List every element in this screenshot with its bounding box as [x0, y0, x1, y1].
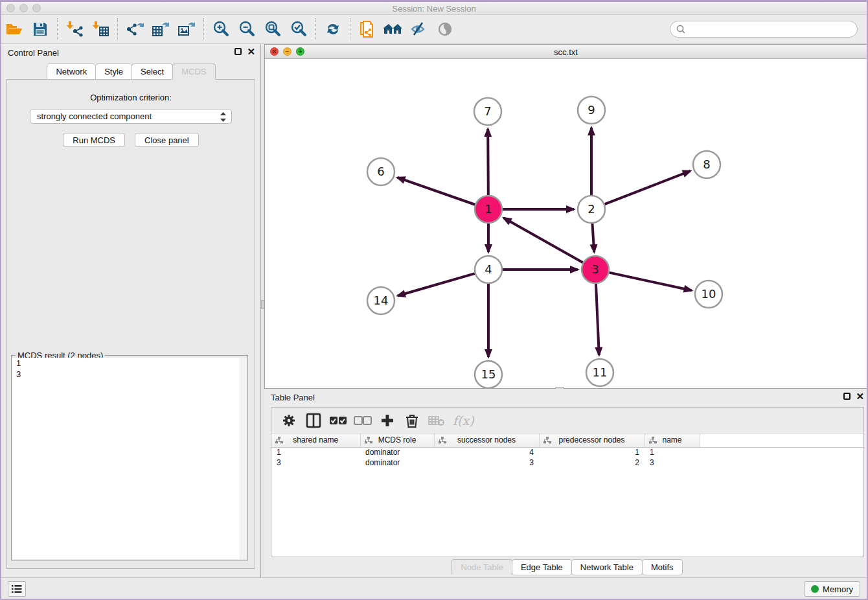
- control-panel-header: Control Panel ✕: [1, 44, 260, 61]
- mcds-panel: Optimization criterion: strongly connect…: [6, 79, 255, 569]
- column-header-predecessor-nodes[interactable]: predecessor nodes: [539, 433, 645, 447]
- tab-edge-table[interactable]: Edge Table: [512, 559, 572, 575]
- close-table-panel-icon[interactable]: ✕: [856, 393, 864, 400]
- mcds-result-scrollbar[interactable]: [240, 358, 247, 559]
- optimization-criterion-select[interactable]: strongly connected component: [30, 109, 232, 124]
- node-label-4: 4: [485, 262, 492, 276]
- application-window: Session: New Session: [0, 0, 868, 600]
- column-header-name[interactable]: name: [645, 433, 700, 447]
- tab-style[interactable]: Style: [95, 63, 132, 80]
- edge-1-6: [397, 178, 475, 205]
- show-graphics-icon: [434, 19, 456, 40]
- memory-button[interactable]: Memory: [804, 581, 860, 597]
- search-input[interactable]: [686, 22, 857, 36]
- table-cell[interactable]: 3: [645, 457, 700, 468]
- zoom-out-icon[interactable]: [236, 19, 258, 40]
- tab-network-table[interactable]: Network Table: [571, 559, 643, 575]
- export-image-icon[interactable]: [176, 19, 198, 40]
- float-table-panel-icon[interactable]: [843, 393, 851, 400]
- delete-column-icon[interactable]: [402, 411, 422, 430]
- table-cell[interactable]: 3: [434, 457, 539, 468]
- node-table: shared nameMCDS rolesuccessor nodesprede…: [271, 433, 863, 468]
- column-header-shared-name[interactable]: shared name: [271, 433, 360, 447]
- tab-node-table[interactable]: Node Table: [451, 559, 512, 575]
- delete-table-icon: [427, 411, 446, 430]
- main-toolbar: [1, 15, 867, 44]
- optimization-criterion-label: Optimization criterion:: [7, 93, 255, 102]
- table-cell[interactable]: 4: [434, 447, 539, 457]
- network-window-title: scc.txt: [265, 47, 867, 57]
- table-cell[interactable]: 2: [539, 457, 645, 468]
- clone-network-icon[interactable]: [356, 19, 378, 40]
- tab-mcds[interactable]: MCDS: [172, 63, 215, 80]
- table-cell[interactable]: dominator: [360, 457, 434, 468]
- add-column-icon[interactable]: [378, 411, 397, 430]
- zoom-in-icon[interactable]: [210, 19, 232, 40]
- import-table-icon[interactable]: [89, 19, 111, 40]
- node-label-2: 2: [588, 202, 595, 216]
- deselect-all-icon[interactable]: [353, 411, 372, 430]
- control-panel: Control Panel ✕ NetworkStyleSelectMCDS O…: [1, 44, 261, 581]
- table-settings-gear-icon[interactable]: [279, 411, 299, 430]
- task-history-button[interactable]: [8, 581, 26, 597]
- close-panel-icon[interactable]: ✕: [247, 48, 255, 55]
- home-view-icon[interactable]: [382, 19, 404, 40]
- vertical-splitter-handle[interactable]: [261, 300, 264, 309]
- column-header-successor-nodes[interactable]: successor nodes: [434, 433, 539, 447]
- table-header-row: shared nameMCDS rolesuccessor nodesprede…: [271, 433, 863, 447]
- node-label-10: 10: [702, 287, 716, 301]
- node-label-3: 3: [591, 262, 599, 276]
- zoom-selected-icon[interactable]: [288, 19, 310, 40]
- hide-graphics-icon[interactable]: [408, 19, 430, 40]
- memory-label: Memory: [823, 584, 853, 594]
- run-mcds-button[interactable]: Run MCDS: [63, 133, 125, 147]
- tab-network[interactable]: Network: [47, 63, 96, 80]
- function-builder-icon: f(x): [453, 413, 474, 428]
- search-icon: [676, 24, 686, 34]
- network-canvas[interactable]: 7968124314101511: [265, 59, 867, 388]
- close-panel-button[interactable]: Close panel: [135, 133, 199, 147]
- network-view-window: ✕ − + scc.txt 7968124314101511: [264, 44, 867, 389]
- table-panel-tabs: Node TableEdge TableNetwork TableMotifs: [264, 559, 868, 575]
- table-cell[interactable]: 3: [271, 457, 360, 468]
- edge-2-8: [605, 171, 691, 204]
- selected-option-label: strongly connected component: [37, 111, 152, 121]
- table-cell[interactable]: dominator: [360, 447, 434, 457]
- edge-3-11: [596, 284, 599, 355]
- export-network-icon[interactable]: [124, 19, 146, 40]
- status-bar: Memory: [1, 577, 867, 599]
- mcds-result-item[interactable]: 3: [12, 369, 247, 380]
- import-network-icon[interactable]: [63, 19, 86, 40]
- mcds-result-item[interactable]: 1: [12, 358, 247, 369]
- control-panel-title: Control Panel: [8, 48, 59, 58]
- zoom-fit-icon[interactable]: [262, 19, 284, 40]
- control-panel-tabs: NetworkStyleSelectMCDS: [1, 63, 260, 80]
- table-row[interactable]: 3dominator323: [271, 457, 863, 468]
- tab-motifs[interactable]: Motifs: [642, 559, 683, 575]
- column-header-MCDS-role[interactable]: MCDS role: [360, 433, 434, 447]
- table-body: 1dominator4113dominator323: [271, 447, 863, 468]
- refresh-icon[interactable]: [322, 19, 344, 40]
- float-panel-icon[interactable]: [234, 48, 242, 55]
- table-row[interactable]: 1dominator411: [271, 447, 863, 457]
- table-cell[interactable]: 1: [271, 447, 360, 457]
- window-title: Session: New Session: [1, 4, 867, 14]
- edge-2-3: [592, 224, 594, 252]
- select-all-icon[interactable]: [328, 411, 348, 430]
- table-panel-title: Table Panel: [271, 393, 315, 402]
- toolbar-separator: [117, 18, 118, 40]
- save-session-icon[interactable]: [29, 19, 51, 40]
- table-panel-content: f(x) shared nameMCDS rolesuccessor nodes…: [271, 407, 864, 557]
- table-cell[interactable]: 1: [645, 447, 700, 457]
- mcds-result-list: 13: [12, 358, 247, 559]
- title-bar: Session: New Session: [1, 2, 867, 15]
- toggle-columns-icon[interactable]: [304, 411, 323, 430]
- memory-status-icon: [811, 585, 819, 593]
- open-session-icon[interactable]: [3, 19, 25, 40]
- table-cell[interactable]: 1: [539, 447, 645, 457]
- node-label-7: 7: [484, 104, 491, 118]
- network-window-titlebar: ✕ − + scc.txt: [265, 45, 867, 59]
- tab-select[interactable]: Select: [131, 63, 173, 80]
- node-label-11: 11: [593, 365, 608, 379]
- export-table-icon[interactable]: [150, 19, 172, 40]
